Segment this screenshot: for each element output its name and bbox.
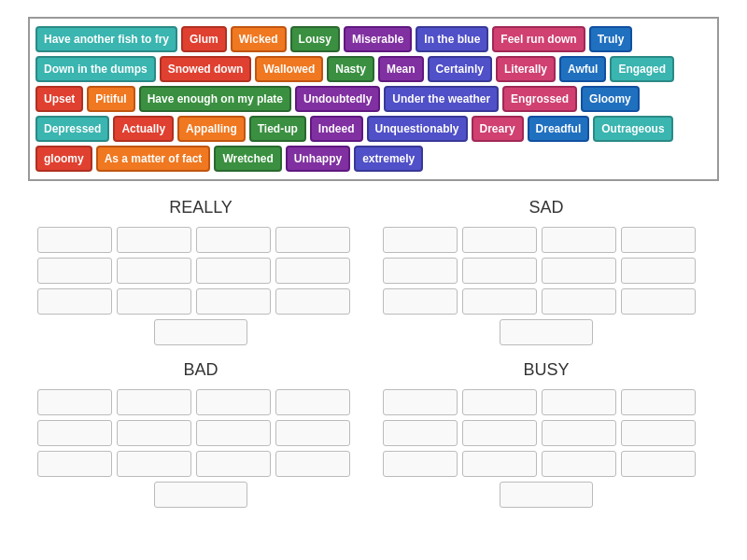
word-tile[interactable]: As a matter of fact [96,146,211,172]
drop-cell[interactable] [462,451,537,477]
drop-cell[interactable] [621,258,696,284]
word-tile[interactable]: Outrageous [593,116,672,142]
drop-cell[interactable] [37,389,112,415]
drop-cell[interactable] [37,288,112,315]
drop-cell[interactable] [37,258,112,284]
drop-cell[interactable] [383,227,458,253]
drop-cell[interactable] [275,451,350,477]
word-tile[interactable]: Wallowed [255,56,323,82]
drop-cell[interactable] [542,451,616,477]
drop-row [37,420,350,446]
drop-cell[interactable] [383,451,458,477]
drop-cell[interactable] [275,227,350,253]
drop-cell-extra[interactable] [500,319,593,345]
drop-cell[interactable] [383,420,458,446]
word-tile[interactable]: Down in the dumps [35,56,156,82]
drop-grid-busy [383,389,710,508]
drop-cell[interactable] [462,288,537,315]
drop-cell[interactable] [462,420,537,446]
word-tile[interactable]: Under the weather [384,86,499,112]
drop-cell[interactable] [196,451,271,477]
word-tile[interactable]: Upset [35,86,83,112]
drop-cell[interactable] [542,420,616,446]
word-tile[interactable]: Certainly [428,56,492,82]
word-tile[interactable]: gloomy [35,146,92,172]
drop-cell[interactable] [196,420,271,446]
drop-cell[interactable] [462,227,537,253]
drop-cell[interactable] [383,288,458,315]
drop-cell[interactable] [275,288,350,315]
drop-cell[interactable] [621,420,696,446]
word-tile[interactable]: Unhappy [286,146,350,172]
drop-cell[interactable] [196,288,271,315]
word-tile[interactable]: extremely [354,146,423,172]
word-tile[interactable]: Glum [181,26,227,52]
word-tile[interactable]: Wretched [214,146,281,172]
word-tile[interactable]: Lousy [290,26,340,52]
category-really: REALLY [28,190,374,353]
word-tile[interactable]: Appalling [177,116,246,142]
drop-cell[interactable] [621,288,696,315]
drop-cell[interactable] [621,227,696,253]
drop-cell[interactable] [621,451,696,477]
drop-cell[interactable] [462,258,537,284]
drop-cell[interactable] [117,258,191,284]
drop-cell[interactable] [117,227,191,253]
word-tile[interactable]: In the blue [416,26,488,52]
word-tile[interactable]: Actually [113,116,174,142]
word-tile[interactable]: Indeed [310,116,363,142]
drop-row [37,227,350,253]
word-tile[interactable]: Gloomy [581,86,640,112]
word-tile[interactable]: Undoubtedly [295,86,380,112]
drop-cell[interactable] [117,288,191,315]
drop-cell[interactable] [383,258,458,284]
word-tile[interactable]: Dreary [472,116,524,142]
drop-cell[interactable] [542,288,616,315]
drop-cell[interactable] [37,451,112,477]
word-tile[interactable]: Engrossed [502,86,577,112]
drop-cell[interactable] [621,389,696,415]
word-tile[interactable]: Depressed [35,116,109,142]
word-tile[interactable]: Awful [559,56,606,82]
word-tile[interactable]: Wicked [231,26,287,52]
word-tile[interactable]: Mean [378,56,424,82]
drop-cell[interactable] [37,420,112,446]
drop-cell[interactable] [542,227,616,253]
drop-cell-extra[interactable] [154,482,247,508]
drop-cell[interactable] [196,258,271,284]
word-tile[interactable]: Tied-up [249,116,306,142]
word-tile[interactable]: Literally [496,56,556,82]
drop-cell-extra[interactable] [154,319,247,345]
category-busy: BUSY [374,353,719,515]
drop-cell[interactable] [275,258,350,284]
category-sad: SAD [374,190,719,353]
drop-cell[interactable] [275,420,350,446]
drop-cell[interactable] [383,389,458,415]
word-tile[interactable]: Miserable [344,26,412,52]
drop-cell[interactable] [275,389,350,415]
drop-cell[interactable] [117,451,191,477]
drop-cell[interactable] [196,389,271,415]
word-tile[interactable]: Unquestionably [367,116,468,142]
drop-row [37,389,350,415]
drop-cell[interactable] [196,227,271,253]
drop-grid-sad [383,227,710,345]
word-tile[interactable]: Have another fish to fry [35,26,177,52]
drop-cell[interactable] [117,389,191,415]
drop-row [383,389,696,415]
drop-cell[interactable] [117,420,191,446]
word-tile[interactable]: Engaged [610,56,674,82]
word-tile[interactable]: Snowed down [160,56,252,82]
drop-cell[interactable] [542,258,616,284]
drop-cell-extra[interactable] [500,482,593,508]
word-tile[interactable]: Pitiful [87,86,134,112]
drop-cell[interactable] [542,389,616,415]
word-tile[interactable]: Have enough on my plate [139,86,291,112]
word-tile[interactable]: Dreadful [528,116,590,142]
drop-row [383,420,696,446]
drop-cell[interactable] [37,227,112,253]
word-tile[interactable]: Feel run down [492,26,585,52]
drop-cell[interactable] [462,389,537,415]
word-tile[interactable]: Nasty [327,56,374,82]
word-tile[interactable]: Truly [589,26,633,52]
